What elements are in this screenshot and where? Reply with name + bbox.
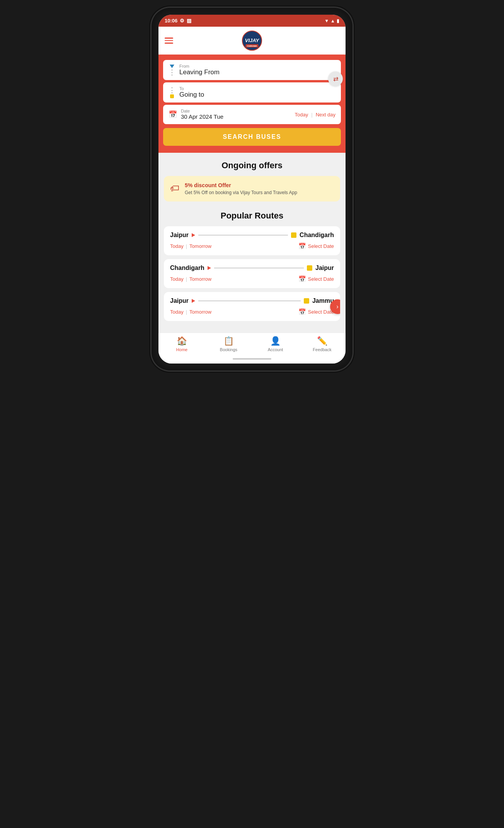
tag-icon: 🏷: [170, 183, 179, 194]
hamburger-menu[interactable]: [165, 38, 173, 44]
offer-title: 5% discount Offer: [185, 182, 297, 188]
route-1-select-date-label: Select Date: [308, 243, 334, 249]
route-2-arrow-icon: [208, 266, 211, 270]
route-3-tomorrow-btn[interactable]: Tomorrow: [189, 309, 211, 315]
date-field[interactable]: 📅 Date 30 Apr 2024 Tue Today | Next day: [163, 105, 341, 124]
route-3-actions: Today | Tomorrow 📅 Select Date: [170, 308, 334, 316]
route-2-today-btn[interactable]: Today: [170, 276, 184, 282]
nav-account-label: Account: [268, 347, 283, 352]
route-2-from: Chandigarh: [170, 265, 204, 271]
app-header: VIJAY CHIRAWA: [158, 27, 346, 55]
status-right: ▼ ▲ ▮: [324, 18, 339, 24]
route-2-calendar-icon: 📅: [298, 275, 306, 283]
route-1-from: Jaipur: [170, 232, 189, 239]
hamburger-line-1: [165, 38, 173, 39]
from-field[interactable]: ⋮ From Leaving From ⇅: [163, 60, 341, 80]
search-buses-button[interactable]: SEARCH BUSES: [163, 128, 341, 146]
route-3-from: Jaipur: [170, 297, 189, 304]
route-row-1: Jaipur Chandigarh: [170, 232, 334, 239]
route-card-2: Chandigarh Jaipur Today | Tomorrow 📅 Sel…: [164, 259, 340, 288]
status-time: 10:06: [165, 18, 177, 24]
route-card-1: Jaipur Chandigarh Today | Tomorrow 📅 Sel…: [164, 226, 340, 255]
route-3-select-date-btn[interactable]: 📅 Select Date: [298, 308, 334, 316]
offers-section-title: Ongoing offers: [164, 160, 340, 171]
date-value: 30 Apr 2024 Tue: [181, 113, 223, 120]
offer-content: 5% discount Offer Get 5% Off on booking …: [185, 182, 297, 195]
route-1-line: [198, 235, 288, 236]
date-divider: |: [311, 112, 312, 118]
route-2-sep: |: [186, 276, 187, 282]
swap-icon: ⇅: [332, 76, 339, 81]
chevron-right-icon: ›: [336, 303, 338, 310]
home-indicator: [158, 356, 346, 364]
content-area: Ongoing offers 🏷 5% discount Offer Get 5…: [158, 153, 346, 333]
route-1-select-date-btn[interactable]: 📅 Select Date: [298, 242, 334, 250]
route-2-tomorrow-btn[interactable]: Tomorrow: [189, 276, 211, 282]
calendar-icon: 📅: [169, 110, 177, 119]
route-2-select-date-btn[interactable]: 📅 Select Date: [298, 275, 334, 283]
route-2-select-date-label: Select Date: [308, 276, 334, 282]
route-2-dates: Today | Tomorrow: [170, 276, 211, 282]
route-3-sep: |: [186, 309, 187, 315]
wifi-icon: ▼: [324, 18, 329, 24]
date-info: Date 30 Apr 2024 Tue: [181, 109, 291, 120]
logo-circle: VIJAY CHIRAWA: [242, 31, 262, 51]
phone-frame: 10:06 ⚙ ▨ ▼ ▲ ▮ VIJAY: [152, 8, 352, 370]
from-value: Leaving From: [179, 68, 220, 76]
to-field[interactable]: ⋮ To Going to: [163, 82, 341, 102]
route-row-2: Chandigarh Jaipur: [170, 265, 334, 271]
next-day-button[interactable]: Next day: [316, 112, 335, 118]
nav-feedback-label: Feedback: [313, 347, 331, 352]
route-3-today-btn[interactable]: Today: [170, 309, 184, 315]
today-button[interactable]: Today: [295, 112, 308, 118]
nav-feedback[interactable]: ✏️ Feedback: [311, 336, 334, 352]
home-icon: 🏠: [177, 336, 187, 346]
route-1-calendar-icon: 📅: [298, 242, 306, 250]
route-3-dest-icon: [304, 298, 309, 304]
bookings-icon: 📋: [223, 336, 234, 346]
from-triangle-icon: [170, 65, 174, 68]
route-2-line: [214, 268, 304, 268]
date-quick-buttons: Today | Next day: [295, 112, 335, 118]
swap-button[interactable]: ⇅: [328, 72, 343, 86]
route-3-arrow-icon: [192, 299, 195, 303]
from-icon: ⋮: [169, 65, 175, 76]
from-field-content: From Leaving From: [179, 64, 220, 76]
logo-svg: VIJAY CHIRAWA: [243, 31, 261, 51]
offer-description: Get 5% Off on booking via Vijay Tours an…: [185, 190, 297, 195]
route-1-arrow-icon: [192, 233, 195, 237]
search-panel: ⋮ From Leaving From ⇅ ⋮: [158, 55, 346, 153]
account-icon: 👤: [270, 336, 281, 346]
nav-bookings-label: Bookings: [220, 347, 237, 352]
route-2-to: Jaipur: [315, 265, 334, 271]
route-1-actions: Today | Tomorrow 📅 Select Date: [170, 242, 334, 250]
status-bar: 10:06 ⚙ ▨ ▼ ▲ ▮: [158, 15, 346, 27]
battery-icon: ▮: [337, 18, 339, 24]
route-3-line: [198, 300, 301, 301]
date-label: Date: [181, 109, 291, 113]
nav-home[interactable]: 🏠 Home: [170, 336, 194, 352]
route-1-today-btn[interactable]: Today: [170, 243, 184, 249]
route-3-calendar-icon: 📅: [298, 308, 306, 316]
to-value: Going to: [179, 91, 204, 98]
route-1-to: Chandigarh: [300, 232, 334, 239]
from-label: From: [179, 64, 220, 68]
route-1-tomorrow-btn[interactable]: Tomorrow: [189, 243, 211, 249]
nav-account[interactable]: 👤 Account: [264, 336, 287, 352]
home-bar: [233, 358, 271, 360]
svg-text:CHIRAWA: CHIRAWA: [247, 45, 257, 47]
to-field-content: To Going to: [179, 86, 204, 99]
from-to-wrapper: ⋮ From Leaving From ⇅ ⋮: [163, 60, 341, 102]
offer-card: 🏷 5% discount Offer Get 5% Off on bookin…: [164, 176, 340, 201]
route-2-dest-icon: [307, 265, 312, 271]
nav-home-label: Home: [176, 347, 187, 352]
nav-bookings[interactable]: 📋 Bookings: [217, 336, 240, 352]
route-2-actions: Today | Tomorrow 📅 Select Date: [170, 275, 334, 283]
route-row-3: Jaipur Jammu ›: [170, 297, 334, 304]
signal-icon: ▲: [330, 18, 335, 24]
route-3-select-date-label: Select Date: [308, 309, 334, 315]
to-label: To: [179, 86, 204, 91]
sim-icon: ▨: [187, 18, 191, 24]
route-card-3: Jaipur Jammu › Today | Tomorrow: [164, 292, 340, 321]
svg-text:VIJAY: VIJAY: [245, 38, 260, 43]
